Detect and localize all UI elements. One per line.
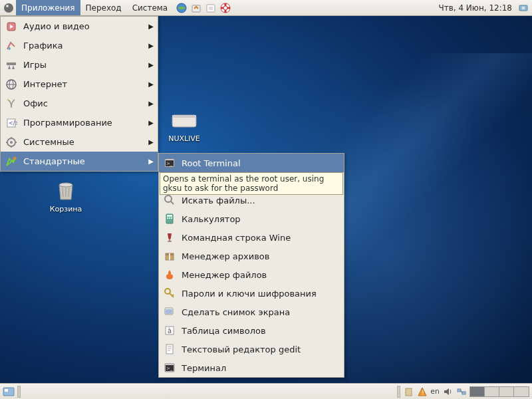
- svg-marker-67: [444, 388, 449, 395]
- workspace-switcher[interactable]: [469, 386, 529, 397]
- globe-icon[interactable]: [176, 2, 188, 14]
- update-icon[interactable]: [190, 2, 202, 14]
- submenu-root-terminal[interactable]: >_ Root Terminal: [159, 154, 344, 172]
- chevron-right-icon: ▶: [148, 158, 154, 165]
- menu-applications[interactable]: Приложения: [16, 0, 80, 15]
- svg-rect-42: [171, 217, 172, 219]
- svg-rect-47: [169, 253, 170, 260]
- svg-rect-39: [167, 215, 172, 217]
- keyboard-layout-indicator[interactable]: en: [430, 387, 440, 396]
- submenu-terminal[interactable]: >_ Терминал: [159, 358, 344, 377]
- chevron-right-icon: ▶: [148, 80, 154, 88]
- svg-point-25: [7, 98, 9, 100]
- svg-rect-68: [458, 389, 461, 392]
- svg-point-36: [165, 196, 172, 202]
- help-icon[interactable]: [219, 2, 231, 14]
- menu-programming[interactable]: </> Программирование ▶: [1, 113, 158, 132]
- chevron-right-icon: ▶: [148, 42, 154, 49]
- submenu-wine-cmd[interactable]: Командная строка Wine: [159, 228, 344, 247]
- svg-rect-41: [169, 217, 170, 219]
- search-icon: [163, 194, 176, 207]
- menu-audio-video[interactable]: Аудио и видео ▶: [1, 17, 158, 36]
- svg-text:!: !: [422, 390, 424, 396]
- workspace-2[interactable]: [485, 387, 499, 396]
- svg-line-50: [172, 295, 174, 296]
- svg-rect-1: [172, 115, 196, 118]
- workspace-3[interactable]: [499, 387, 514, 396]
- menu-office[interactable]: Офис ▶: [1, 94, 158, 113]
- svg-point-15: [522, 6, 525, 9]
- archive-icon: [163, 249, 176, 263]
- trash-icon: [50, 177, 82, 203]
- submenu-archive-manager[interactable]: Менеджер архивов: [159, 247, 344, 265]
- terminal-icon: >_: [163, 156, 176, 170]
- terminal2-icon: >_: [163, 361, 176, 374]
- svg-point-6: [4, 3, 13, 13]
- svg-rect-52: [166, 309, 172, 314]
- clock[interactable]: Чтв, 4 Июн, 12:18: [434, 3, 516, 13]
- text-editor-icon: [163, 342, 176, 356]
- camera-tray-icon[interactable]: [518, 2, 530, 14]
- separator: [397, 386, 400, 398]
- svg-rect-55: [166, 344, 173, 354]
- network-tray-icon[interactable]: [456, 386, 467, 398]
- keys-icon: [163, 287, 176, 300]
- svg-rect-64: [406, 388, 412, 396]
- chevron-right-icon: ▶: [148, 61, 154, 68]
- desktop-trash-icon[interactable]: Корзина: [43, 177, 89, 213]
- bottom-panel: ! en: [0, 383, 532, 399]
- svg-text:à: à: [168, 327, 172, 334]
- svg-point-48: [165, 289, 170, 294]
- desktop-trash-label: Корзина: [43, 205, 89, 213]
- submenu-calculator[interactable]: Калькулятор: [159, 209, 344, 228]
- desktop-drive-icon[interactable]: NUXLIVE: [161, 106, 207, 143]
- svg-point-18: [8, 47, 11, 50]
- menu-places[interactable]: Переход: [80, 0, 127, 15]
- charmap-icon: à: [163, 324, 176, 337]
- warning-tray-icon[interactable]: !: [416, 386, 428, 398]
- games-icon: [5, 59, 18, 72]
- svg-text:>_: >_: [166, 366, 173, 371]
- wine-icon: [163, 231, 176, 244]
- menu-accessories[interactable]: Стандартные ▶: [1, 152, 158, 171]
- svg-point-2: [59, 183, 72, 187]
- calculator-icon: [163, 212, 176, 225]
- submenu-passwords-keys[interactable]: Пароли и ключи шифрования: [159, 284, 344, 303]
- applications-menu: Аудио и видео ▶ Графика ▶ Игры ▶ Интерне…: [0, 16, 158, 172]
- workspace-4[interactable]: [514, 387, 529, 396]
- svg-text:>_: >_: [166, 161, 173, 166]
- fire-icon: [163, 268, 176, 281]
- submenu-gedit[interactable]: Текстовый редактор gedit: [159, 340, 344, 358]
- accessories-icon: [5, 155, 18, 168]
- show-desktop-icon[interactable]: [3, 386, 15, 398]
- submenu-character-map[interactable]: à Таблица символов: [159, 321, 344, 340]
- menu-internet[interactable]: Интернет ▶: [1, 74, 158, 94]
- menu-graphics[interactable]: Графика ▶: [1, 36, 158, 55]
- svg-rect-40: [167, 217, 168, 219]
- svg-rect-19: [7, 63, 16, 65]
- svg-rect-69: [462, 392, 466, 394]
- screenshot-icon: [163, 305, 176, 319]
- volume-tray-icon[interactable]: [442, 386, 454, 398]
- tooltip: Opens a terminal as the root user, using…: [160, 172, 343, 195]
- drive-icon: [168, 106, 200, 133]
- clipboard-tray-icon[interactable]: [402, 386, 414, 398]
- gnome-foot-icon[interactable]: [1, 1, 16, 15]
- submenu-file-manager[interactable]: Менеджер файлов: [159, 265, 344, 284]
- svg-point-13: [223, 6, 227, 10]
- top-panel: Приложения Переход Система Чтв, 4 Июн, 1…: [0, 0, 532, 16]
- submenu-screenshot[interactable]: Сделать снимок экрана: [159, 303, 344, 321]
- menu-system-tools[interactable]: Системные ▶: [1, 132, 158, 152]
- menu-games[interactable]: Игры ▶: [1, 55, 158, 74]
- menu-system[interactable]: Система: [127, 0, 174, 15]
- chevron-right-icon: ▶: [148, 100, 154, 107]
- office-icon: [5, 97, 18, 110]
- svg-rect-63: [5, 389, 8, 392]
- workspace-1[interactable]: [470, 387, 485, 396]
- home-tray-icon[interactable]: [205, 2, 217, 14]
- svg-marker-21: [12, 65, 15, 69]
- dev-icon: </>: [5, 116, 18, 130]
- svg-point-29: [10, 141, 13, 144]
- svg-line-37: [171, 201, 174, 204]
- system-icon: [5, 136, 18, 149]
